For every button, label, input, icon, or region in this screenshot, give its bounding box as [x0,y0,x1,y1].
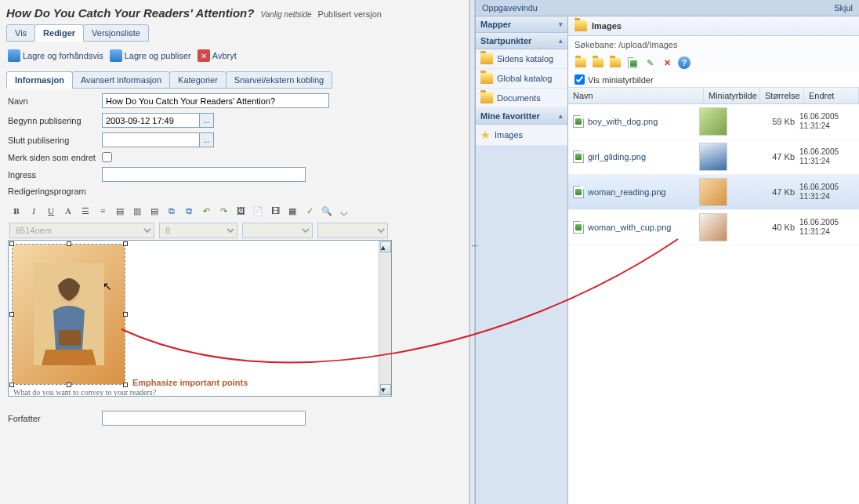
subtab-advanced[interactable]: Avansert informasjon [72,71,170,89]
file-thumbnail [699,178,727,206]
mark-changed-checkbox[interactable] [102,152,112,162]
col-header-size[interactable]: Størrelse [760,88,804,103]
end-publish-input[interactable] [102,132,200,147]
font-button[interactable]: A [61,204,75,218]
tab-versions[interactable]: Versjonsliste [83,24,149,42]
new-file-button[interactable] [626,56,639,69]
font-size-select[interactable]: 8 [159,223,237,238]
subtab-shortcut[interactable]: Snarvei/ekstern kobling [226,71,332,89]
folders-header-mapper[interactable]: Mapper ▾ [476,16,567,33]
scroll-up-button[interactable]: ▴ [380,241,391,252]
favorite-images-label: Images [495,130,523,140]
file-name: girl_gliding.png [588,152,646,161]
start-publish-input[interactable] [102,113,200,128]
form-area: Navn Begynn publisering ... Slutt publis… [6,89,462,435]
start-publish-picker[interactable]: ... [199,113,214,128]
insert-image-button[interactable]: 🖼 [234,204,248,218]
align-center-button[interactable]: ▥ [130,204,144,218]
redo-button[interactable]: ↷ [216,204,230,218]
show-thumbs-checkbox[interactable] [574,74,585,85]
images-toolbar: ✎ ✕ ? [568,53,859,72]
col-header-thumb[interactable]: Miniatyrbilde [704,88,760,103]
sub-tabs: Informasjon Avansert informasjon Kategor… [6,71,462,89]
cancel-button[interactable]: ✕ Avbryt [196,48,238,63]
file-name: boy_with_dog.png [588,117,658,126]
scroll-down-button[interactable]: ▾ [380,384,391,395]
ingress-input[interactable] [102,167,306,182]
favorite-images[interactable]: ★ Images [476,125,567,146]
file-row[interactable]: boy_with_dog.png59 Kb16.06.200511:31:24 [568,104,859,140]
insert-file-button[interactable]: 📄 [251,204,265,218]
style-select[interactable] [242,223,313,238]
folder-open-icon [593,58,603,67]
images-browser: Images Søkebane: /upload/Images ✎ ✕ ? [568,16,859,504]
bold-button[interactable]: B [9,204,24,218]
search-path-row: Søkebane: /upload/Images [568,36,859,53]
col-header-name[interactable]: Navn [568,88,704,103]
richtext-toolbar: B I U A ☰ ≡ ▤ ▥ ▤ ⧉ ⧉̸ ↶ ↷ 🖼 📄 🎞 ▦ ✓ 🔍 ◡ [8,201,461,221]
find-button[interactable]: 🔍 [320,204,334,218]
help-button[interactable]: ? [678,56,690,69]
subtab-info[interactable]: Informasjon [6,71,73,89]
tab-view[interactable]: Vis [6,24,35,42]
delete-button[interactable]: ✕ [661,56,673,69]
end-publish-picker[interactable]: ... [199,132,214,147]
svg-rect-2 [59,330,81,346]
insert-media-button[interactable]: 🎞 [268,204,282,218]
undo-button[interactable]: ↶ [199,204,213,218]
italic-button[interactable]: I [27,204,41,218]
unlink-button[interactable]: ⧉̸ [182,204,196,218]
open-folder-button[interactable] [592,56,604,69]
save-publish-button[interactable]: Lagre og publiser [108,48,193,63]
font-family-select[interactable]: 8514oem [9,223,154,238]
col-header-date[interactable]: Endret [804,88,859,103]
insert-table-button[interactable]: ▦ [285,204,299,218]
align-left-button[interactable]: ▤ [113,204,127,218]
image-file-icon [573,150,584,163]
cancel-label: Avbryt [212,51,237,60]
folder-site-catalog[interactable]: Sidens katalog [476,49,567,69]
editor-panel: How Do You Catch Your Readers' Attention… [0,0,469,504]
file-size: 40 Kb [756,223,799,232]
edit-button[interactable]: ✎ [643,56,656,69]
folder-documents[interactable]: Documents [476,89,567,108]
file-row[interactable]: woman_with_cup.png40 Kb16.06.200511:31:2… [568,210,859,245]
editor-image-content [13,245,125,384]
link-button[interactable]: ⧉ [165,204,179,218]
image-file-icon [573,221,584,234]
numbered-list-button[interactable]: ☰ [78,204,92,218]
chevron-up-icon: ▴ [559,37,563,45]
panel-splitter[interactable]: ··· [469,0,475,504]
richtext-editor[interactable]: ↖ Emphasize important points What do you… [8,240,392,397]
folder-icon [480,53,493,64]
editor-image-selection[interactable] [12,244,125,385]
bullet-list-button[interactable]: ≡ [96,204,110,218]
new-folder-button[interactable] [609,56,622,69]
author-input[interactable] [102,411,306,426]
image-file-icon [573,115,584,128]
tab-edit[interactable]: Rediger [34,24,84,42]
file-thumbnail [699,107,727,136]
folders-header-start-label: Startpunkter [480,36,531,45]
task-panel-hide-button[interactable]: Skjul [834,3,853,13]
name-input[interactable] [102,93,329,108]
file-row[interactable]: woman_reading.png47 Kb16.06.200511:31:24 [568,175,859,210]
editor-scrollbar[interactable]: ▴ ▾ [379,241,391,396]
file-name: woman_reading.png [588,187,666,197]
folders-header-mapper-label: Mapper [480,20,511,29]
folder-icon [480,73,493,84]
folders-header-favorites[interactable]: Mine favoritter ▴ [476,108,567,125]
save-preview-icon [8,49,20,62]
underline-button[interactable]: U [44,204,58,218]
folders-header-start[interactable]: Startpunkter ▴ [476,33,567,49]
folder-global-catalog[interactable]: Global katalog [476,69,567,89]
special-char-button[interactable]: ◡ [337,204,351,218]
save-preview-button[interactable]: Lagre og forhåndsvis [6,48,105,63]
subtab-categories[interactable]: Kategorier [169,71,227,89]
spellcheck-button[interactable]: ✓ [303,204,317,218]
file-row[interactable]: girl_gliding.png47 Kb16.06.200511:31:24 [568,140,859,175]
align-right-button[interactable]: ▤ [147,204,161,218]
mark-changed-label: Merk siden som endret [8,153,102,162]
format-select[interactable] [317,223,388,238]
folder-up-button[interactable] [574,56,587,69]
